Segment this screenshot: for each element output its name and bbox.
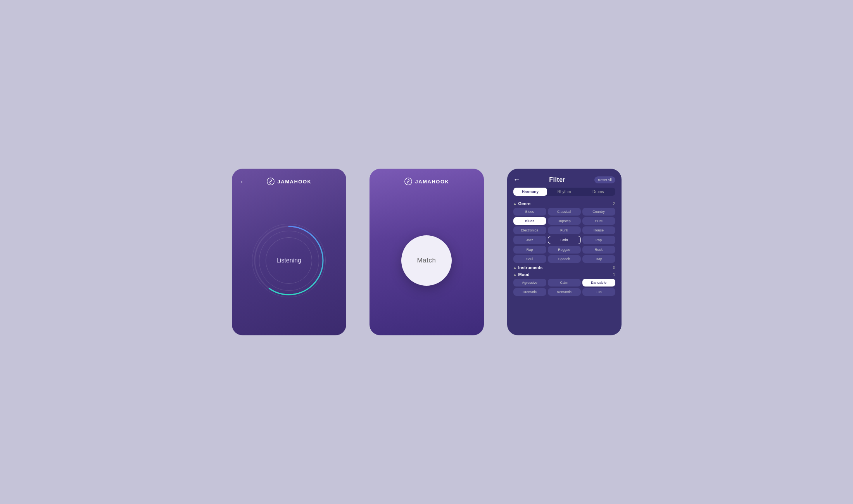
genre-reggae[interactable]: Reggae (548, 246, 581, 254)
genre-electronica[interactable]: Electronica (513, 226, 546, 234)
mood-chevron: ▲ (513, 273, 517, 276)
category-tabs: Harmony Rhythm Drums (513, 188, 615, 196)
genre-funk[interactable]: Funk (548, 226, 581, 234)
back-button[interactable]: ← (240, 177, 247, 186)
mood-agressive[interactable]: Agressive (513, 279, 546, 287)
genre-grid: Blues Classical Country Blues Dupstep ED… (513, 208, 615, 263)
genre-title: ▲ Genre (513, 201, 531, 206)
topbar-listen: ← JAMAHOOK (232, 169, 346, 186)
filter-header: ← Filter Reset All (507, 169, 622, 188)
genre-section-header: ▲ Genre 2 (513, 201, 615, 206)
genre-dupstep[interactable]: Dupstep (548, 217, 581, 225)
logo-match: JAMAHOOK (404, 177, 449, 186)
topbar-match: JAMAHOOK (370, 169, 484, 186)
mood-grid: Agressive Calm Dancable Dramatic Romanti… (513, 279, 615, 296)
tab-drums[interactable]: Drums (581, 188, 615, 196)
filter-card: ← Filter Reset All Harmony Rhythm Drums … (507, 169, 622, 335)
logo-text-match: JAMAHOOK (415, 179, 449, 185)
genre-country[interactable]: Country (582, 208, 615, 216)
match-card: JAMAHOOK Match (370, 169, 484, 335)
tab-rhythm[interactable]: Rhythm (547, 188, 581, 196)
genre-edm[interactable]: EDM (582, 217, 615, 225)
genre-blues-active[interactable]: Blues (513, 217, 546, 225)
reset-all-button[interactable]: Reset All (594, 176, 615, 183)
filter-body: ▲ Genre 2 Blues Classical Country Blues … (507, 199, 622, 335)
match-label: Match (417, 257, 436, 264)
match-button[interactable]: Match (401, 235, 452, 286)
mood-dancable[interactable]: Dancable (582, 279, 615, 287)
listening-card: ← JAMAHOOK (232, 169, 346, 335)
filter-back-button[interactable]: ← (513, 176, 520, 184)
genre-trap[interactable]: Trap (582, 255, 615, 263)
genre-rap[interactable]: Rap (513, 246, 546, 254)
genre-classical[interactable]: Classical (548, 208, 581, 216)
genre-rock[interactable]: Rock (582, 246, 615, 254)
match-center: Match (401, 186, 452, 335)
listen-center: Listening (252, 186, 326, 335)
instruments-chevron: ▲ (513, 266, 517, 269)
logo-listen: JAMAHOOK (266, 177, 312, 186)
genre-house[interactable]: House (582, 226, 615, 234)
genre-soul[interactable]: Soul (513, 255, 546, 263)
mood-dramatic[interactable]: Dramatic (513, 288, 546, 296)
mood-calm[interactable]: Calm (548, 279, 581, 287)
instruments-count: 0 (613, 266, 615, 270)
genre-latin[interactable]: Latin (548, 236, 581, 244)
mood-count: 1 (613, 273, 615, 277)
genre-jazz[interactable]: Jazz (513, 236, 546, 244)
ring-container: Listening (252, 224, 326, 297)
genre-count: 2 (613, 202, 615, 206)
listen-label: Listening (276, 257, 301, 264)
instruments-title: ▲ Instruments (513, 265, 543, 270)
mood-romantic[interactable]: Romantic (548, 288, 581, 296)
logo-text: JAMAHOOK (278, 179, 312, 185)
genre-blues-default[interactable]: Blues (513, 208, 546, 216)
mood-fun[interactable]: Fun (582, 288, 615, 296)
tab-harmony[interactable]: Harmony (513, 188, 547, 196)
mood-section-header: ▲ Mood 1 (513, 272, 615, 277)
instruments-section-header: ▲ Instruments 0 (513, 265, 615, 270)
genre-pop[interactable]: Pop (582, 236, 615, 244)
genre-speech[interactable]: Speech (548, 255, 581, 263)
filter-title: Filter (549, 176, 565, 183)
genre-chevron: ▲ (513, 202, 517, 205)
mood-title: ▲ Mood (513, 272, 530, 277)
